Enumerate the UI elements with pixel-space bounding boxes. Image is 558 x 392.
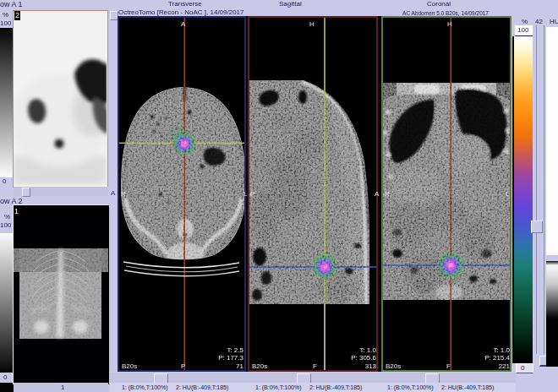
svg-text:P: 305.6: P: 305.6 [351,354,376,362]
svg-text:P: 215.4: P: 215.4 [484,354,510,362]
svg-text:P: P [181,362,185,370]
svg-text:F: F [313,362,317,370]
svg-text:B20s: B20s [122,362,137,370]
svg-text:P: 177.3: P: 177.3 [218,354,243,362]
svg-text:B20s: B20s [252,362,267,370]
svg-text:221: 221 [499,362,510,370]
svg-text:H: H [447,20,452,28]
svg-text:F: F [446,362,451,370]
svg-text:A: A [181,20,186,28]
svg-text:B20s: B20s [386,362,401,370]
svg-text:71: 71 [236,362,243,370]
svg-text:H: H [309,20,315,28]
svg-text:T: 1.0: T: 1.0 [359,346,376,354]
svg-text:T: 1.0: T: 1.0 [493,346,510,354]
svg-text:T: 2.5: T: 2.5 [227,346,243,354]
svg-text:313: 313 [365,362,376,370]
